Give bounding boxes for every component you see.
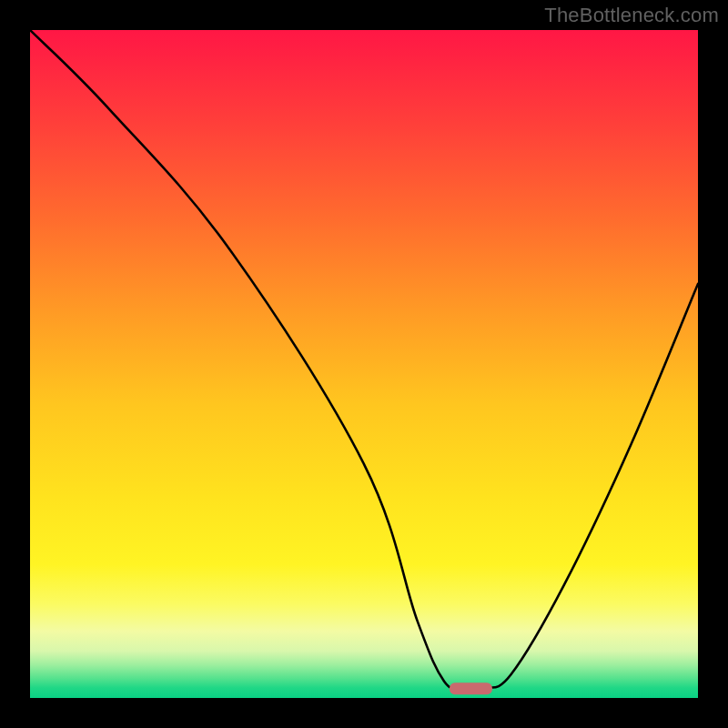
optimal-marker	[450, 682, 492, 694]
bottleneck-chart	[30, 30, 698, 698]
plot-area	[30, 30, 698, 698]
chart-frame: TheBottleneck.com	[0, 0, 728, 728]
watermark-label: TheBottleneck.com	[544, 4, 719, 27]
